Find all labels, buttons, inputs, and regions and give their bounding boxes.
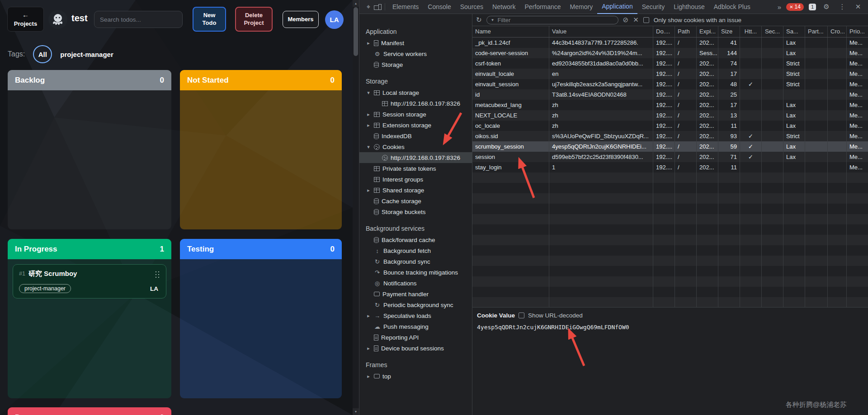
- settings-gear-icon[interactable]: ⚙: [821, 3, 832, 11]
- expander-icon[interactable]: ▸: [366, 40, 371, 46]
- delete-project-button[interactable]: Delete Project: [235, 7, 273, 32]
- column-header-name[interactable]: Name: [472, 26, 549, 37]
- search-todos-input[interactable]: [94, 11, 183, 28]
- tab-network[interactable]: Network: [488, 0, 520, 14]
- tree-item-interest-groups[interactable]: Interest groups: [359, 174, 472, 185]
- tree-item-top[interactable]: ▸top: [359, 371, 472, 382]
- issues-only-checkbox[interactable]: [643, 17, 649, 23]
- cookie-row-stay-login[interactable]: stay_login1192..../202...11Me...: [472, 162, 868, 173]
- expander-icon[interactable]: ▸: [366, 122, 371, 128]
- tree-item-private-state-tokens[interactable]: Private state tokens: [359, 163, 472, 174]
- tree-item-cache-storage[interactable]: Cache storage: [359, 196, 472, 206]
- tree-item-http-192-168-0-197-8326[interactable]: http://192.168.0.197:8326: [359, 152, 472, 163]
- page-scrollbar[interactable]: ▴ ▾: [353, 0, 359, 415]
- refresh-icon[interactable]: ↻: [476, 16, 482, 24]
- expander-icon[interactable]: ▸: [366, 112, 371, 117]
- column-header-part[interactable]: Part...: [805, 26, 828, 37]
- tag-filter-all[interactable]: All: [33, 45, 52, 63]
- projects-button[interactable]: ← Projects: [7, 7, 44, 32]
- tree-item-session-storage[interactable]: ▸Session storage: [359, 109, 472, 120]
- tree-item-payment-handler[interactable]: Payment handler: [359, 289, 472, 299]
- kebab-menu-icon[interactable]: ⋮: [837, 3, 848, 11]
- cookie-row-csrf-token[interactable]: csrf-tokened92034855bf31dad8ac0a0d0bb...…: [472, 58, 868, 69]
- scroll-up-icon[interactable]: ▴: [353, 0, 359, 7]
- tree-item-periodic-background-sync[interactable]: ↻Periodic background sync: [359, 299, 472, 310]
- cookie-row-scrumboy-session[interactable]: scrumboy_session4yesp5qQDRtJn2cujK6GNRHI…: [472, 141, 868, 152]
- tree-item-back-forward-cache[interactable]: Back/forward cache: [359, 234, 472, 245]
- tree-item-speculative-loads[interactable]: ▸→Speculative loads: [359, 310, 472, 321]
- tag-filter-project-manager[interactable]: project-manager: [60, 51, 113, 58]
- tab-adblock-plus[interactable]: Adblock Plus: [709, 0, 755, 14]
- filter-input[interactable]: ▼ Filter: [486, 16, 618, 24]
- cookie-row-code-server-session[interactable]: code-server-session%24argon2id%24v%3D19%…: [472, 48, 868, 58]
- inspect-element-icon[interactable]: ⌖: [363, 3, 374, 11]
- expander-icon[interactable]: ▾: [366, 144, 371, 150]
- column-header-expi[interactable]: Expi...: [697, 26, 718, 37]
- column-header-path[interactable]: Path: [675, 26, 697, 37]
- cookie-row-pk-id-1-24cf[interactable]: _pk_id.1.24cf44c3b414837a77f9.1772285286…: [472, 37, 868, 48]
- column-header-sa[interactable]: Sa...: [783, 26, 805, 37]
- expander-icon[interactable]: ▾: [366, 90, 371, 96]
- expander-icon[interactable]: ▸: [366, 345, 371, 351]
- expander-icon[interactable]: ▸: [366, 187, 371, 193]
- scrollbar-thumb[interactable]: [354, 7, 358, 56]
- clear-all-icon[interactable]: ⊘: [623, 16, 629, 24]
- tab-application[interactable]: Application: [597, 0, 637, 14]
- tree-item-storage-buckets[interactable]: Storage buckets: [359, 206, 472, 217]
- tree-item-reporting-api[interactable]: Reporting API: [359, 332, 472, 343]
- tree-item-cookies[interactable]: ▾Cookies: [359, 141, 472, 152]
- tree-item-manifest[interactable]: ▸Manifest: [359, 37, 472, 48]
- tab-elements[interactable]: Elements: [388, 0, 423, 14]
- tree-item-shared-storage[interactable]: ▸Shared storage: [359, 185, 472, 196]
- tree-item-push-messaging[interactable]: ☁Push messaging: [359, 321, 472, 332]
- expander-icon[interactable]: ▸: [366, 373, 371, 379]
- cookie-row-oc-locale[interactable]: oc_localezh192..../202...11LaxMe...: [472, 121, 868, 131]
- expander-icon[interactable]: ▸: [366, 313, 371, 319]
- members-button[interactable]: Members: [283, 11, 319, 28]
- tab-memory[interactable]: Memory: [566, 0, 598, 14]
- error-badge[interactable]: ✕ 14: [786, 3, 804, 11]
- tree-item-extension-storage[interactable]: ▸Extension storage: [359, 120, 472, 131]
- column-header-do[interactable]: Do....: [653, 26, 675, 37]
- tree-item-local-storage[interactable]: ▾Local storage: [359, 87, 472, 98]
- column-header-cro[interactable]: Cro...: [828, 26, 847, 37]
- tree-item-background-fetch[interactable]: ↕Background fetch: [359, 245, 472, 256]
- delete-cookie-icon[interactable]: ✕: [633, 16, 639, 24]
- show-url-decoded-checkbox[interactable]: [519, 312, 524, 318]
- tree-item-background-sync[interactable]: ↻Background sync: [359, 256, 472, 267]
- column-header-value[interactable]: Value: [549, 26, 653, 37]
- tab-lighthouse[interactable]: Lighthouse: [669, 0, 709, 14]
- tab-console[interactable]: Console: [423, 0, 455, 14]
- tree-item-bounce-tracking-mitigations[interactable]: ↷Bounce tracking mitigations: [359, 267, 472, 278]
- cookie-row-einvault-session[interactable]: einvault_sessionuj7eskillqb2easzk2a5angq…: [472, 79, 868, 89]
- more-tabs-icon[interactable]: »: [778, 3, 781, 11]
- scroll-down-icon[interactable]: ▾: [353, 408, 359, 415]
- tree-item-notifications[interactable]: ◎Notifications: [359, 278, 472, 289]
- tree-item-device-bound-sessions[interactable]: ▸Device bound sessions: [359, 343, 472, 354]
- cookie-row-session[interactable]: sessiond599eb57bf22c25d23f8390f4830...19…: [472, 152, 868, 162]
- tree-item-indexeddb[interactable]: IndexedDB: [359, 131, 472, 141]
- message-badge[interactable]: 1: [809, 4, 816, 10]
- user-avatar[interactable]: LA: [325, 10, 344, 29]
- drag-handle-icon[interactable]: [155, 270, 160, 278]
- column-header-size[interactable]: Size: [718, 26, 740, 37]
- todo-card[interactable]: #1研究 Scrumboyproject-managerLA: [13, 264, 166, 298]
- cookie-row-einvault-locale[interactable]: einvault_localeen192..../202...17StrictM…: [472, 69, 868, 79]
- column-header-htt[interactable]: Htt...: [740, 26, 762, 37]
- tree-item-service-workers[interactable]: ⚙Service workers: [359, 48, 472, 59]
- cookie-row-id[interactable]: idT3at8.14sv4EIA8ODN02468192..../202...2…: [472, 89, 868, 100]
- column-header-prio[interactable]: Prio...: [847, 26, 868, 37]
- cookie-row-metacubexd-lang[interactable]: metacubexd_langzh192..../202...17LaxMe..…: [472, 100, 868, 110]
- tree-item-http-192-168-0-197-8326[interactable]: http://192.168.0.197:8326: [359, 98, 472, 109]
- column-header-sec[interactable]: Sec...: [762, 26, 783, 37]
- tab-performance[interactable]: Performance: [520, 0, 565, 14]
- tree-item-storage[interactable]: Storage: [359, 59, 472, 70]
- device-toolbar-icon[interactable]: [374, 4, 382, 10]
- cookie-row-oikos-sid[interactable]: oikos.sids%3AUoPeQwFID_SblzyuuXZDqR...19…: [472, 131, 868, 141]
- app-logo-octopus[interactable]: [48, 10, 67, 29]
- close-devtools-icon[interactable]: ✕: [853, 3, 863, 11]
- tab-sources[interactable]: Sources: [456, 0, 488, 14]
- cookie-row-next-locale[interactable]: NEXT_LOCALEzh192..../202...13LaxMe...: [472, 110, 868, 121]
- new-todo-button[interactable]: New Todo: [193, 7, 226, 32]
- tab-security[interactable]: Security: [637, 0, 670, 14]
